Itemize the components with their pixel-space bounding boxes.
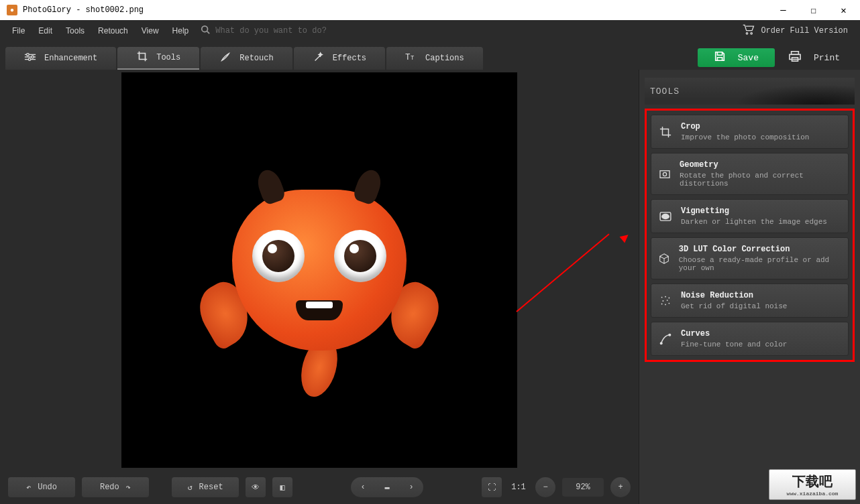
watermark-text: 下载吧 — [792, 472, 832, 491]
tool-title: 3D LUT Color Correction — [679, 245, 841, 254]
menu-retouch[interactable]: Retouch — [91, 22, 135, 40]
menu-bar: File Edit Tools Retouch View Help What d… — [0, 20, 860, 42]
canvas-area[interactable] — [0, 70, 639, 470]
svg-point-24 — [661, 303, 663, 304]
tab-enhancement[interactable]: Enhancement — [5, 47, 116, 70]
tool-desc: Get rid of digital noise — [681, 302, 787, 310]
tool-title: Curves — [681, 329, 787, 338]
preview-toggle-button[interactable]: 👁 — [246, 477, 266, 497]
split-icon: ◧ — [280, 483, 284, 493]
watermark: 下载吧 www.xiazaiba.com — [769, 469, 856, 500]
cube-icon — [658, 253, 671, 265]
svg-point-25 — [665, 304, 666, 305]
chevron-left-icon: ‹ — [360, 483, 365, 492]
svg-point-21 — [669, 297, 670, 298]
app-logo-icon: ● — [7, 5, 17, 15]
tool-title: Noise Reduction — [681, 291, 787, 300]
chevron-right-icon: › — [409, 483, 413, 492]
tab-effects[interactable]: Effects — [294, 47, 385, 70]
prev-image-button[interactable]: ‹ — [351, 477, 375, 497]
bottom-toolbar: ↶ Undo Redo ↷ ↺ Reset 👁 ◧ ‹ ▬ › — [0, 470, 639, 504]
tool-desc: Darken or lighten the image edges — [681, 218, 827, 226]
tool-curves[interactable]: CurvesFine-tune tone and color — [651, 322, 849, 356]
sliders-icon — [24, 52, 36, 64]
undo-button[interactable]: ↶ Undo — [8, 477, 75, 497]
redo-label: Redo — [100, 483, 119, 492]
tab-tools[interactable]: Tools — [117, 47, 199, 70]
minus-icon: − — [543, 483, 547, 492]
zoom-value[interactable]: 92% — [562, 478, 604, 497]
svg-point-19 — [661, 296, 663, 298]
compare-button[interactable]: ◧ — [272, 477, 292, 497]
tool-3d-lut[interactable]: 3D LUT Color CorrectionChoose a ready-ma… — [651, 237, 849, 279]
tool-desc: Rotate the photo and correct distortions — [680, 172, 841, 188]
tool-geometry[interactable]: GeometryRotate the photo and correct dis… — [651, 153, 849, 195]
tool-title: Vignetting — [681, 206, 827, 216]
svg-point-22 — [663, 300, 664, 302]
image-canvas — [121, 72, 517, 468]
menu-view[interactable]: View — [135, 22, 166, 40]
save-icon — [714, 50, 726, 65]
order-full-version-link[interactable]: Order Full Version — [761, 26, 848, 36]
tool-vignetting[interactable]: VignettingDarken or lighten the image ed… — [651, 199, 849, 233]
save-button[interactable]: Save — [698, 48, 775, 67]
nav-pill: ‹ ▬ › — [351, 477, 423, 497]
panel-header: TOOLS — [645, 78, 855, 105]
cart-icon[interactable] — [742, 23, 755, 38]
svg-point-28 — [669, 334, 671, 336]
tab-label: Captions — [425, 54, 464, 63]
geometry-icon — [658, 170, 671, 179]
print-label: Print — [814, 53, 840, 63]
tab-label: Enhancement — [44, 54, 97, 63]
open-folder-button[interactable]: ▬ — [375, 477, 399, 497]
maximize-button[interactable]: ☐ — [798, 0, 828, 20]
redo-icon: ↷ — [126, 483, 131, 493]
redo-button[interactable]: Redo ↷ — [82, 477, 149, 497]
ratio-label: 1:1 — [511, 483, 526, 492]
reset-label: Reset — [199, 483, 223, 492]
window-title: PhotoGlory - shot0002.png — [23, 5, 144, 15]
svg-rect-13 — [790, 54, 800, 59]
watermark-url: www.xiazaiba.com — [787, 491, 839, 497]
text-icon: TT — [405, 52, 417, 64]
svg-point-20 — [665, 296, 666, 297]
reset-icon: ↺ — [187, 483, 192, 493]
minimize-button[interactable]: — — [768, 0, 798, 20]
print-button[interactable]: Print — [780, 48, 855, 67]
menu-tools[interactable]: Tools — [59, 22, 91, 40]
tab-captions[interactable]: TT Captions — [386, 47, 483, 70]
reset-button[interactable]: ↺ Reset — [172, 477, 239, 497]
tools-panel: TOOLS CropImprove the photo composition … — [639, 70, 860, 504]
curves-icon — [658, 333, 673, 345]
tool-noise-reduction[interactable]: Noise ReductionGet rid of digital noise — [651, 284, 849, 318]
brush-icon — [219, 51, 231, 66]
zoom-out-button[interactable]: − — [535, 477, 555, 497]
undo-icon: ↶ — [26, 483, 31, 493]
folder-icon: ▬ — [384, 483, 389, 492]
fit-screen-button[interactable]: ⛶ — [482, 477, 502, 497]
tab-label: Retouch — [239, 54, 273, 63]
tab-label: Tools — [156, 53, 180, 62]
tool-title: Geometry — [680, 160, 841, 170]
save-label: Save — [738, 53, 759, 63]
tool-crop[interactable]: CropImprove the photo composition — [651, 115, 849, 149]
search-input[interactable]: What do you want to do? — [215, 26, 327, 36]
menu-help[interactable]: Help — [166, 22, 196, 40]
menu-edit[interactable]: Edit — [32, 22, 59, 40]
crop-icon — [658, 126, 673, 138]
tool-title: Crop — [681, 122, 809, 131]
next-image-button[interactable]: › — [399, 477, 423, 497]
zoom-in-button[interactable]: + — [610, 477, 631, 497]
close-window-button[interactable]: ✕ — [828, 0, 859, 20]
svg-line-1 — [207, 32, 210, 34]
svg-point-3 — [751, 33, 753, 35]
print-icon — [788, 50, 802, 65]
svg-point-8 — [32, 56, 34, 58]
tool-desc: Improve the photo composition — [681, 133, 809, 141]
tab-retouch[interactable]: Retouch — [201, 47, 292, 70]
svg-point-0 — [202, 26, 208, 32]
svg-point-2 — [747, 33, 749, 35]
menu-file[interactable]: File — [5, 22, 32, 40]
actual-size-button[interactable]: 1:1 — [508, 477, 529, 497]
tool-desc: Choose a ready-made profile or add your … — [679, 256, 841, 272]
